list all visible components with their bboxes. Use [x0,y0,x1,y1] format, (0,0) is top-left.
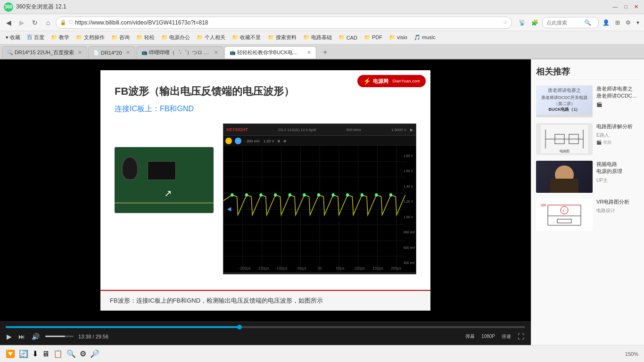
bookmark-sousuo[interactable]: 📁 搜索资料 [265,33,299,42]
rec-title-2: 电路图讲解分析 [596,123,639,130]
tab-2-favicon: 📄 [93,50,99,56]
tab-1[interactable]: 🔍 DR14*15 22UH_百度搜索 ✕ [2,46,87,58]
bookmark-zixun[interactable]: 📁 咨询 [108,33,132,42]
tab-2-close[interactable]: ✕ [126,49,130,56]
chevron-down-icon[interactable]: ▾ [635,18,641,27]
extension-icon[interactable]: 🧩 [529,18,540,27]
rec-item-4[interactable]: VR + VR电路图分析 电路设计 [536,198,639,230]
ic-component [148,161,176,180]
rec-item-2[interactable]: 电路图 电路图讲解分析 E路人 🎬 视频 [536,123,639,155]
status-icon-8[interactable]: 🔎 [90,349,99,358]
v-label-6: 800 mV [404,230,415,234]
volume-slider[interactable] [45,336,74,337]
svg-text:150μs: 150μs [372,265,383,271]
minimize-button[interactable]: — [611,4,619,10]
tab-3-close[interactable]: ✕ [214,49,218,56]
status-icon-5[interactable]: 📋 [53,349,63,358]
settings-icon[interactable]: ⚙ [624,18,633,27]
osc-scale3: ⊕ [277,139,281,143]
close-button[interactable]: ✕ [632,4,640,10]
video-frame[interactable]: ⚡ 电源网 DianYuan.com FB波形（输出电压反馈端的电压波形） 连接… [0,59,531,321]
bookmark-toggle[interactable]: ▾ 收藏 [3,33,23,42]
bookmark-jiaoxue[interactable]: 📁 教学 [48,33,72,42]
search-input[interactable] [546,20,584,25]
sidebar-title: 相关推荐 [536,64,639,80]
refresh-button[interactable]: ↻ [29,17,41,28]
browser-logo: 360 [4,2,13,12]
tab-3[interactable]: 📺 哔哩哔哩（゜-゜）つロ 千杯~-bili... ✕ [136,46,223,58]
v-label-7: 600 mV [404,246,415,249]
bookmark-dianlu[interactable]: 📁 电路基础 [300,33,335,42]
search-icon[interactable]: 🔍 [584,19,591,26]
video-controls: ▶ ⏭ 🔊 13:38 / 29:56 弹幕 1080P 倍速 ⛶ [0,321,531,345]
fullscreen-button[interactable]: ⛶ [517,332,525,341]
new-tab-button[interactable]: + [319,46,331,58]
tab-1-close[interactable]: ✕ [78,49,82,56]
grid-icon[interactable]: ⊞ [613,18,622,27]
forward-button[interactable]: ▶ [16,17,27,28]
osc-ch2-btn [235,138,241,144]
svg-text:VR: VR [541,203,546,207]
tab-2-label: DR14*20 [101,50,122,56]
status-left: 🔽 🔄 ⬇ 🖥 📋 🔍 ⚙ 🔎 [6,349,99,358]
svg-point-25 [361,193,363,197]
svg-point-24 [346,193,349,197]
bookmark-geren[interactable]: 📁 个人相关 [194,33,228,42]
security-icon: 🔒 [60,19,66,25]
home-button[interactable]: ⌂ [42,17,54,28]
status-icon-3[interactable]: ⬇ [32,349,38,358]
progress-thumb[interactable] [237,325,242,329]
speed-button[interactable]: 倍速 [501,332,512,341]
osc-waveform-svg: -200μs -150μs -100μs -50μs 0s 50μs 100μs… [223,146,416,272]
tab-3-favicon: 📺 [141,50,147,56]
v-label-3: 1.40 V [404,185,415,188]
tab-4[interactable]: 📺 轻轻松松教你学BUCK电路_哔... ✕ [224,46,316,58]
tab-4-close[interactable]: ✕ [307,49,311,56]
window-controls[interactable]: — □ ✕ [611,4,640,10]
rec-item-3[interactable]: 视频电路电源的原理 UP主 [536,161,639,193]
bookmark-star[interactable]: ☆ [503,19,508,25]
bookmark-visio[interactable]: 📁 visio [386,33,410,41]
bookmark-dianyuan[interactable]: 📁 电源办公 [158,33,193,42]
status-icon-4[interactable]: 🖥 [42,350,50,358]
bookmark-qingsong[interactable]: 📁 轻松 [133,33,157,42]
bookmark-shoucang[interactable]: 📁 收藏不里 [229,33,264,42]
volume-button[interactable]: 🔊 [31,332,41,341]
status-bar: 🔽 🔄 ⬇ 🖥 📋 🔍 ⚙ 🔎 150% [0,345,644,362]
progress-bar[interactable] [6,326,525,328]
lightning-icon: ⚡ [363,77,371,85]
time-display: 13:38 / 29:56 [78,334,108,339]
svg-point-19 [274,193,277,197]
tab-2[interactable]: 📄 DR14*20 ✕ [88,46,135,58]
capacitor-component [122,156,138,180]
address-bar-container[interactable]: 🔒 🛡 ☆ [56,16,512,29]
back-button[interactable]: ◀ [3,17,14,28]
status-icon-7[interactable]: ⚙ [80,349,86,358]
bookmark-pdf[interactable]: 📁 PDF [361,33,385,41]
pcb-trace [115,202,214,204]
osc-button: ▶ [410,128,413,132]
rss-icon[interactable]: 📡 [517,18,528,27]
bookmark-music[interactable]: 🎵 music [411,33,438,41]
bookmark-cad[interactable]: 📁 CAD [336,33,360,41]
status-icon-2[interactable]: 🔄 [19,349,28,358]
rec-item-1[interactable]: 唐老师讲电赛之 唐老师讲DCDC开关电源（第二讲） BUCK电路（1） 唐老师讲… [536,85,639,117]
bookmark-wendang[interactable]: 📁 文档操作 [73,33,107,42]
status-icon-6[interactable]: 🔍 [66,349,76,358]
svg-text:-100μs: -100μs [275,265,288,271]
user-icon[interactable]: 👤 [601,18,611,27]
bookmark-baidu[interactable]: 百 百度 [24,33,47,42]
rec-thumb-2-content: 电路图 [536,123,593,155]
osc-info1: 2G.2 11G(S) 13.0 8pt6 [278,128,316,132]
svg-text:-200μs: -200μs [239,265,251,271]
svg-text:0s: 0s [318,265,322,271]
search-box[interactable]: 🔍 [542,17,599,28]
next-button[interactable]: ⏭ [17,332,26,341]
play-pause-button[interactable]: ▶ [6,332,13,341]
quality-button[interactable]: 1080P [480,333,496,340]
status-icon-1[interactable]: 🔽 [6,349,15,358]
maximize-button[interactable]: □ [622,4,629,10]
osc-header: KEYSIGHT 2G.2 11G(S) 13.0 8pt6 500 MHz 1… [223,124,416,136]
danmaku-button[interactable]: 弹幕 [464,332,476,341]
address-input[interactable] [75,19,501,26]
